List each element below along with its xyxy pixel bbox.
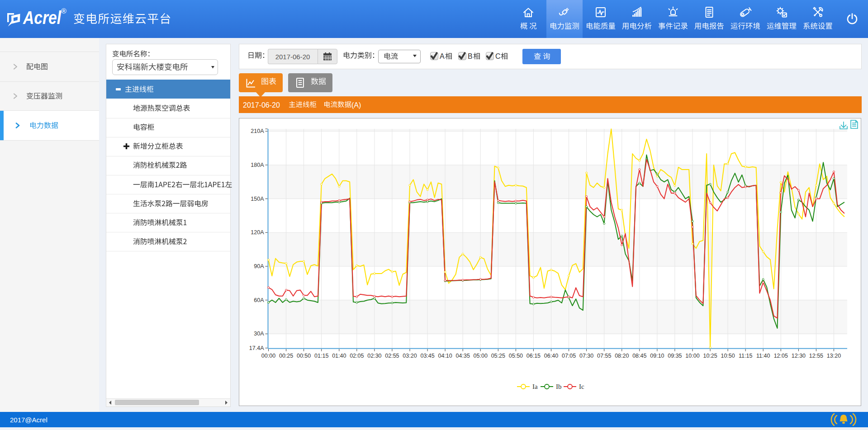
svg-text:12:05: 12:05 <box>774 353 788 359</box>
svg-text:11:15: 11:15 <box>739 353 752 359</box>
svg-text:01:40: 01:40 <box>332 353 346 359</box>
svg-text:03:20: 03:20 <box>403 353 417 359</box>
svg-text:60A: 60A <box>254 297 264 303</box>
svg-text:03:45: 03:45 <box>420 353 434 359</box>
svg-text:Ic: Ic <box>579 383 584 390</box>
svg-text:04:10: 04:10 <box>438 353 452 359</box>
svg-text:180A: 180A <box>251 162 264 168</box>
svg-text:09:35: 09:35 <box>668 353 682 359</box>
svg-text:05:25: 05:25 <box>491 353 505 359</box>
svg-text:08:45: 08:45 <box>632 353 646 359</box>
svg-text:00:50: 00:50 <box>297 353 311 359</box>
svg-text:12:55: 12:55 <box>809 353 823 359</box>
svg-text:210A: 210A <box>251 128 264 134</box>
svg-text:Ia: Ia <box>532 383 538 390</box>
svg-text:04:35: 04:35 <box>456 353 470 359</box>
svg-text:07:55: 07:55 <box>597 353 611 359</box>
svg-text:08:20: 08:20 <box>615 353 629 359</box>
svg-text:07:05: 07:05 <box>562 353 576 359</box>
svg-text:00:00: 00:00 <box>261 353 275 359</box>
svg-text:01:15: 01:15 <box>314 353 328 359</box>
svg-text:Ib: Ib <box>556 383 562 390</box>
svg-text:11:40: 11:40 <box>756 353 770 359</box>
svg-text:05:00: 05:00 <box>474 353 488 359</box>
svg-text:02:05: 02:05 <box>350 353 364 359</box>
svg-text:30A: 30A <box>254 331 264 337</box>
svg-text:150A: 150A <box>251 196 264 202</box>
svg-text:09:10: 09:10 <box>650 353 664 359</box>
svg-text:13:20: 13:20 <box>827 353 841 359</box>
svg-text:02:55: 02:55 <box>385 353 399 359</box>
svg-text:00:25: 00:25 <box>279 353 293 359</box>
svg-text:12:30: 12:30 <box>792 353 806 359</box>
svg-text:05:50: 05:50 <box>509 353 523 359</box>
svg-text:90A: 90A <box>254 263 264 269</box>
svg-text:06:15: 06:15 <box>526 353 541 359</box>
svg-text:10:25: 10:25 <box>703 353 717 359</box>
svg-text:02:30: 02:30 <box>367 353 381 359</box>
svg-text:07:30: 07:30 <box>579 353 593 359</box>
svg-text:10:00: 10:00 <box>685 353 699 359</box>
svg-text:17.4A: 17.4A <box>249 345 264 351</box>
svg-text:120A: 120A <box>251 229 264 236</box>
svg-text:06:40: 06:40 <box>544 353 558 359</box>
svg-text:10:50: 10:50 <box>721 353 735 359</box>
